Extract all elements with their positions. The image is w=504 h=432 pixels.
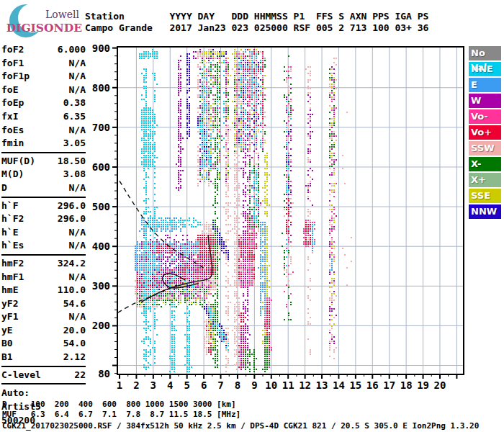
legend-item-vo-: Vo-: [469, 109, 501, 124]
legend-item-w: W: [469, 94, 501, 108]
distance-row: D 100 200 400 600 800 1000 1500 3000 [km…: [2, 400, 240, 410]
legend-item-x+: X+: [469, 173, 501, 187]
svg-text:8: 8: [235, 379, 240, 391]
param-label: foEp: [1, 96, 24, 110]
lowell-digisonde-logo: Lowell DIGISONDE: [4, 1, 87, 40]
param-label: yE: [1, 324, 13, 338]
param-label: h`E: [1, 226, 18, 240]
svg-text:10: 10: [265, 379, 277, 391]
param-value: 0.38: [63, 96, 86, 110]
param-label: yF2: [1, 297, 18, 311]
svg-text:14: 14: [333, 379, 345, 391]
param-row-fof1p: foF1pN/A: [1, 70, 86, 84]
param-row-fxi: fxI6.35: [1, 110, 86, 124]
param-label: foEs: [1, 124, 24, 138]
param-value: 54.0: [63, 337, 86, 351]
panel-separator: [1, 383, 86, 384]
panel-separator: [1, 366, 86, 367]
svg-text:6: 6: [201, 379, 207, 391]
svg-text:7: 7: [217, 379, 223, 391]
param-value: N/A: [69, 226, 86, 240]
param-row-fof2: foF26.000: [1, 43, 86, 57]
param-value: N/A: [69, 70, 86, 84]
logo-digisonde-text: DIGISONDE: [6, 21, 82, 35]
param-row-hmf1: hmF1N/A: [1, 271, 86, 284]
param-row-foep: foEp0.38: [1, 96, 86, 110]
distance-muf-table: D 100 200 400 600 800 1000 1500 3000 [km…: [2, 400, 240, 420]
parameter-panel: foF26.000foF1N/AfoF1pN/AfoEN/AfoEp0.38fx…: [1, 43, 86, 427]
panel-separator: [1, 254, 86, 256]
svg-text:4: 4: [167, 379, 173, 391]
param-label: foF1: [1, 57, 24, 71]
svg-text:13: 13: [316, 379, 328, 391]
header-values: Campo Grande 2017 Jan23 023 025000 RSF 0…: [85, 22, 428, 34]
svg-text:500: 500: [92, 201, 110, 212]
param-value: N/A: [69, 124, 86, 138]
svg-text:700: 700: [92, 122, 110, 133]
svg-text:900: 900: [92, 42, 110, 54]
panel-separator: [1, 152, 86, 153]
param-row-hmf2: hmF2324.2: [1, 257, 86, 271]
param-row-hf: h`F296.0: [1, 199, 86, 213]
param-value: 2.12: [63, 351, 86, 364]
param-label: MUF(D): [1, 155, 35, 168]
legend-item-nnw: NNW: [469, 204, 501, 219]
svg-text:600: 600: [92, 161, 110, 173]
param-row-hf2: h`F2296.0: [1, 212, 86, 226]
svg-text:9: 9: [251, 379, 257, 391]
param-label: hmF1: [1, 271, 24, 284]
svg-text:17: 17: [383, 379, 395, 391]
param-label: fmin: [1, 137, 24, 150]
param-label: fxI: [1, 110, 18, 124]
legend-item-ssw: SSW: [469, 141, 501, 156]
param-row-yf2: yF254.6: [1, 297, 86, 311]
file-status-line: CGK21_2017023025000.RSF / 384fx512h 50 k…: [2, 421, 479, 431]
svg-text:80: 80: [98, 368, 110, 379]
param-label: B0: [1, 337, 13, 351]
param-value: 6.000: [58, 43, 86, 57]
param-value: 18.50: [58, 155, 86, 168]
svg-text:3: 3: [150, 379, 156, 391]
param-row-ye: yE20.0: [1, 324, 86, 338]
svg-text:200: 200: [92, 320, 110, 331]
svg-text:2: 2: [133, 379, 139, 391]
header-column-titles: Station YYYY DAY DDD HHMMSS P1 FFS S AXN…: [85, 11, 428, 22]
param-row-hes: h`EsN/A: [1, 239, 86, 253]
svg-text:300: 300: [92, 280, 110, 292]
param-value: 20.0: [63, 324, 86, 338]
param-row-yf1: yF1N/A: [1, 310, 86, 324]
svg-text:20: 20: [434, 379, 446, 391]
param-value: N/A: [69, 310, 86, 324]
param-label: hmF2: [1, 257, 24, 271]
svg-text:19: 19: [417, 379, 429, 391]
param-label: hmE: [1, 284, 18, 297]
ionogram-echo-plot: [117, 47, 464, 374]
legend-item-vo+: Vo+: [469, 125, 501, 140]
param-value: N/A: [69, 271, 86, 284]
param-label: C-level: [1, 369, 41, 382]
logo-lowell-text: Lowell: [45, 9, 79, 20]
param-row-fmin: fmin3.05: [1, 137, 86, 150]
param-label: h`Es: [1, 239, 24, 253]
param-value: 110.0: [58, 284, 86, 297]
param-row-hme: hmE110.0: [1, 284, 86, 297]
param-row-b0: B054.0: [1, 337, 86, 351]
param-value: N/A: [69, 181, 86, 195]
svg-text:15: 15: [349, 379, 361, 391]
digisonde-ionogram-window: Lowell DIGISONDE Station YYYY DAY DDD HH…: [0, 0, 504, 432]
param-row-fof1: foF1N/A: [1, 57, 86, 71]
param-label: foE: [1, 84, 18, 97]
param-label: foF2: [1, 43, 24, 57]
param-label: h`F2: [1, 212, 24, 226]
param-row-b1: B12.12: [1, 351, 86, 364]
param-value: 3.08: [63, 168, 86, 181]
param-value: N/A: [69, 239, 86, 253]
param-row-foes: foEsN/A: [1, 124, 86, 138]
legend-item-sse: SSE: [469, 189, 501, 203]
param-label: D: [1, 181, 7, 195]
param-value: 22: [74, 369, 86, 382]
svg-text:18: 18: [400, 379, 413, 391]
param-label: yF1: [1, 310, 18, 324]
svg-text:1: 1: [117, 379, 122, 391]
svg-text:400: 400: [92, 240, 110, 252]
